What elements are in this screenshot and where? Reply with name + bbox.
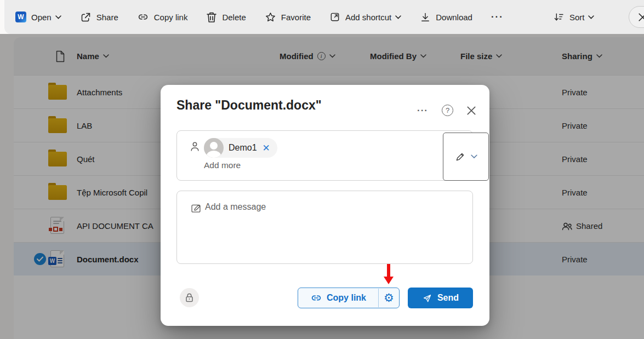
- message-field: [176, 191, 473, 264]
- sort-button[interactable]: Sort: [553, 12, 595, 22]
- pencil-icon: [454, 151, 466, 163]
- person-icon: [190, 141, 200, 152]
- recipient-field[interactable]: Demo1 ✕: [176, 130, 473, 181]
- more-commands-button[interactable]: ···: [491, 12, 504, 22]
- recipient-chip[interactable]: Demo1 ✕: [204, 138, 277, 158]
- dialog-title: Share "Document.docx": [176, 98, 322, 113]
- favorite-button[interactable]: Favorite: [265, 12, 311, 23]
- download-button[interactable]: Download: [420, 12, 472, 23]
- chevron-down-icon: [55, 15, 61, 19]
- close-icon: [467, 106, 476, 115]
- onedrive-screen: Name Modified i Modified By File size Sh…: [0, 0, 644, 339]
- dialog-close-button[interactable]: [467, 106, 476, 115]
- link-settings-gear-button[interactable]: ⚙: [379, 288, 399, 308]
- add-more-input[interactable]: [204, 160, 385, 170]
- chevron-down-icon: [471, 154, 477, 159]
- word-logo-icon: W: [15, 12, 26, 22]
- open-button[interactable]: W Open: [15, 12, 61, 22]
- command-toolbar: W Open Share Copy link Delete Favorite A…: [4, 0, 644, 34]
- help-icon[interactable]: ?: [442, 105, 453, 116]
- send-icon: [422, 293, 432, 303]
- copy-link-button[interactable]: Copy link: [298, 288, 378, 308]
- share-dialog: Share "Document.docx" ··· ? Demo1 ✕: [161, 85, 489, 326]
- recipient-name: Demo1: [229, 143, 257, 153]
- chevron-down-icon: [395, 15, 401, 19]
- copy-link-split-button: Copy link ⚙: [298, 288, 400, 308]
- add-shortcut-icon: [329, 12, 340, 22]
- star-icon: [265, 12, 276, 23]
- lock-icon: [185, 292, 194, 303]
- link-icon: [310, 292, 322, 304]
- message-input[interactable]: [177, 191, 472, 263]
- share-button[interactable]: Share: [80, 12, 118, 23]
- send-button[interactable]: Send: [408, 288, 473, 308]
- share-icon: [80, 12, 92, 23]
- copy-link-button[interactable]: Copy link: [137, 11, 188, 23]
- edit-message-icon: [190, 203, 202, 214]
- permission-dropdown[interactable]: [443, 133, 489, 181]
- chevron-down-icon: [588, 15, 594, 19]
- dialog-more-options-button[interactable]: ···: [417, 105, 428, 116]
- link-settings-lock[interactable]: [180, 288, 199, 307]
- add-shortcut-button[interactable]: Add shortcut: [329, 12, 401, 22]
- link-icon: [137, 11, 149, 23]
- avatar: [204, 138, 224, 158]
- delete-button[interactable]: Delete: [206, 12, 246, 23]
- download-icon: [420, 12, 431, 23]
- gear-icon: ⚙: [384, 291, 394, 304]
- trash-icon: [206, 12, 217, 23]
- remove-recipient-icon[interactable]: ✕: [263, 143, 270, 153]
- clear-selection-button[interactable]: [629, 6, 644, 28]
- sort-icon: [553, 12, 565, 22]
- close-icon: [639, 13, 644, 21]
